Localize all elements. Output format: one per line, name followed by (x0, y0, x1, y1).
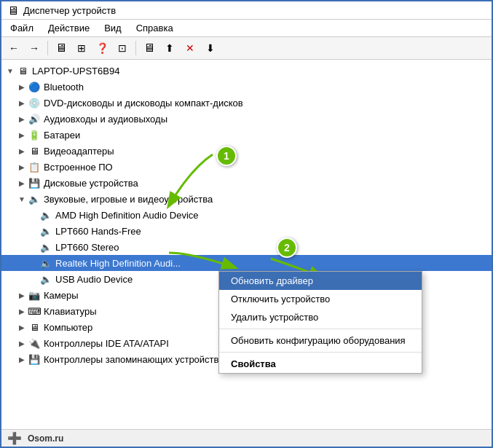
device-manager-window: 🖥 Диспетчер устройств Файл Действие Вид … (0, 0, 493, 448)
expand-display[interactable]: ▶ (16, 145, 28, 157)
label-sound-group: Звуковые, игровые и видеоустройства (44, 194, 213, 205)
expand-storage[interactable]: ▶ (16, 353, 28, 365)
toolbar-separator-2 (135, 41, 136, 55)
icon-storage: 💾 (28, 353, 41, 366)
context-menu-properties[interactable]: Свойства (219, 355, 422, 373)
icon-audio-io: 🔊 (28, 112, 41, 125)
icon-camera: 📷 (28, 288, 41, 302)
tree-item-lpt660-hf[interactable]: ▶ 🔈 LPT660 Hands-Free (1, 223, 492, 239)
label-lpt660-st: LPT660 Stereo (55, 242, 119, 253)
expand-camera[interactable]: ▶ (16, 289, 28, 301)
expand-laptop[interactable]: ▼ (4, 65, 16, 76)
icon-firmware: 📋 (28, 160, 41, 173)
grid-button[interactable]: ⊞ (72, 39, 91, 57)
icon-ide: 🔌 (28, 337, 41, 350)
delete-button[interactable]: ✕ (181, 39, 200, 57)
down-button[interactable]: ⬇ (201, 39, 220, 57)
label-computer: Компьютер (44, 322, 92, 333)
menu-bar: Файл Действие Вид Справка (1, 20, 492, 37)
up-button[interactable]: ⬆ (160, 39, 179, 57)
expand-bluetooth[interactable]: ▶ (16, 81, 28, 93)
content-area: ▼ 🖥 LAPTOP-UPST6B94 ▶ 🔵 Bluetooth ▶ 💿 DV… (1, 60, 492, 429)
icon-battery: 🔋 (28, 128, 41, 141)
tree-item-realtek[interactable]: ▶ 🔈 Realtek High Definition Audi... (1, 255, 492, 271)
status-bar: ➕ Osom.ru (1, 429, 492, 447)
tree-item-sound-group[interactable]: ▼ 🔈 Звуковые, игровые и видеоустройства (1, 191, 492, 207)
icon-sound-group: 🔈 (28, 192, 41, 205)
label-lpt660-hf: LPT660 Hands-Free (55, 226, 141, 237)
expand-firmware[interactable]: ▶ (16, 161, 28, 173)
label-dvd: DVD-дисководы и дисководы компакт-дисков (44, 98, 243, 109)
monitor-button[interactable]: 🖥 (140, 39, 159, 57)
label-usb-audio: USB Audio Device (55, 274, 133, 285)
context-menu-uninstall[interactable]: Удалить устройство (219, 308, 422, 326)
icon-keyboard: ⌨ (28, 304, 41, 318)
icon-realtek: 🔈 (39, 256, 52, 270)
tree-item-bluetooth[interactable]: ▶ 🔵 Bluetooth (1, 79, 492, 95)
icon-lpt660-st: 🔈 (39, 240, 52, 254)
label-display: Видеоадаптеры (44, 146, 114, 157)
window-title: Диспетчер устройств (23, 5, 116, 16)
tree-item-dvd[interactable]: ▶ 💿 DVD-дисководы и дисководы компакт-ди… (1, 95, 492, 111)
expand-ide[interactable]: ▶ (16, 337, 28, 349)
window-button[interactable]: ⊡ (113, 39, 132, 57)
menu-file[interactable]: Файл (4, 21, 39, 35)
label-firmware: Встроенное ПО (44, 162, 113, 173)
icon-usb-audio: 🔈 (39, 272, 52, 286)
icon-dvd: 💿 (28, 96, 41, 109)
icon-disk: 💾 (28, 176, 41, 189)
expand-sound[interactable]: ▼ (16, 193, 28, 205)
icon-amd: 🔈 (39, 208, 52, 221)
context-menu-update-driver[interactable]: Обновить драйвер (219, 272, 422, 290)
tree-item-disk[interactable]: ▶ 💾 Дисковые устройства (1, 175, 492, 191)
icon-computer-item: 🖥 (28, 321, 41, 334)
tree-item-display[interactable]: ▶ 🖥 Видеоадаптеры (1, 143, 492, 159)
context-menu-disable[interactable]: Отключить устройство (219, 290, 422, 308)
label-battery: Батареи (44, 130, 80, 141)
context-menu: Обновить драйвер Отключить устройство Уд… (218, 271, 422, 374)
title-bar: 🖥 Диспетчер устройств (1, 1, 492, 20)
label-realtek: Realtek High Definition Audi... (55, 258, 181, 269)
context-menu-separator-2 (219, 352, 422, 353)
expand-keyboard[interactable]: ▶ (16, 305, 28, 317)
window-icon: 🖥 (7, 4, 19, 16)
computer-button[interactable]: 🖥 (52, 39, 71, 57)
menu-help[interactable]: Справка (130, 21, 179, 35)
icon-laptop: 🖥 (16, 64, 29, 77)
status-logo-icon: ➕ (7, 431, 22, 445)
help-button[interactable]: ❓ (92, 39, 111, 57)
label-camera: Камеры (44, 290, 79, 301)
tree-item-lpt660-st[interactable]: ▶ 🔈 LPT660 Stereo (1, 239, 492, 255)
label-disk: Дисковые устройства (44, 178, 138, 189)
toolbar-separator-1 (47, 41, 48, 55)
label-storage: Контроллеры запоминающих устройств (44, 354, 218, 365)
expand-audio-io[interactable]: ▶ (16, 113, 28, 125)
expand-battery[interactable]: ▶ (16, 129, 28, 141)
forward-button[interactable]: → (25, 39, 44, 57)
tree-item-audio-io[interactable]: ▶ 🔊 Аудиовходы и аудиовыходы (1, 111, 492, 127)
expand-computer[interactable]: ▶ (16, 321, 28, 333)
expand-disk[interactable]: ▶ (16, 177, 28, 189)
back-button[interactable]: ← (4, 39, 23, 57)
status-logo-text: Osom.ru (28, 433, 63, 444)
label-bluetooth: Bluetooth (44, 82, 84, 93)
toolbar: ← → 🖥 ⊞ ❓ ⊡ 🖥 ⬆ ✕ ⬇ (1, 37, 492, 60)
icon-lpt660-hf: 🔈 (39, 224, 52, 237)
tree-item-laptop[interactable]: ▼ 🖥 LAPTOP-UPST6B94 (1, 63, 492, 79)
icon-bluetooth: 🔵 (28, 80, 41, 93)
tree-item-amd[interactable]: ▶ 🔈 AMD High Definition Audio Device (1, 207, 492, 223)
label-audio-io: Аудиовходы и аудиовыходы (44, 114, 167, 125)
context-menu-separator (219, 329, 422, 329)
menu-action[interactable]: Действие (42, 21, 95, 35)
tree-item-battery[interactable]: ▶ 🔋 Батареи (1, 127, 492, 143)
label-laptop: LAPTOP-UPST6B94 (32, 66, 119, 76)
label-ide: Контроллеры IDE ATA/ATAPI (44, 338, 169, 349)
expand-dvd[interactable]: ▶ (16, 97, 28, 109)
label-amd: AMD High Definition Audio Device (55, 210, 199, 221)
menu-view[interactable]: Вид (98, 21, 127, 35)
context-menu-scan[interactable]: Обновить конфигурацию оборудования (219, 331, 422, 350)
tree-item-firmware[interactable]: ▶ 📋 Встроенное ПО (1, 159, 492, 175)
label-keyboard: Клавиатуры (44, 306, 97, 317)
icon-display: 🖥 (28, 144, 41, 157)
